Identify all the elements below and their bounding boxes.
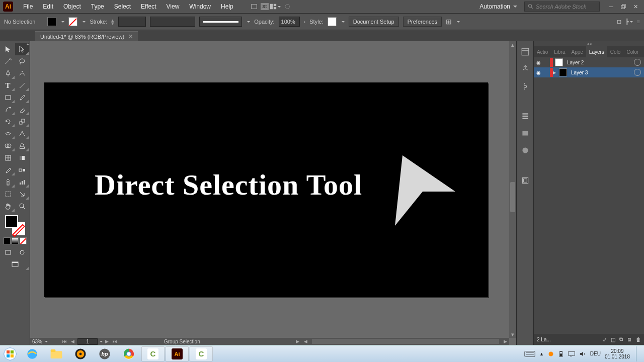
mesh-tool[interactable] xyxy=(1,152,15,164)
stroke-weight-down[interactable]: ▾ xyxy=(111,22,114,25)
layer-row[interactable]: ◉ ▶ Layer 3 xyxy=(534,67,644,77)
perspective-tool[interactable] xyxy=(15,140,29,152)
target-icon[interactable] xyxy=(634,59,641,66)
taskbar-illustrator[interactable]: Ai xyxy=(166,346,189,361)
fill-dropdown[interactable] xyxy=(60,19,64,25)
symbol-sprayer-tool[interactable] xyxy=(1,176,15,188)
opacity-flyout[interactable]: › xyxy=(304,19,306,25)
stroke-dropdown[interactable] xyxy=(82,19,86,25)
panel-menu-icon[interactable]: ≡ xyxy=(641,49,644,55)
new-layer-icon[interactable]: 🗎 xyxy=(627,337,632,342)
scroll-down-icon[interactable]: ▾ xyxy=(509,331,516,338)
h-scroll-thumb[interactable] xyxy=(312,339,499,344)
delete-layer-icon[interactable]: 🗑 xyxy=(636,337,641,342)
hand-tool[interactable] xyxy=(1,200,15,212)
volume-icon[interactable] xyxy=(579,351,586,357)
taskbar-clock[interactable]: 20:09 01.01.2018 xyxy=(605,348,632,359)
taskbar-camtasia-1[interactable]: C xyxy=(141,346,165,361)
menu-select[interactable]: Select xyxy=(109,3,136,10)
visibility-icon[interactable]: ◉ xyxy=(534,70,543,75)
document-tab-close[interactable]: ✕ xyxy=(128,33,133,40)
none-mode-icon[interactable] xyxy=(20,237,27,244)
visibility-icon[interactable]: ◉ xyxy=(534,60,543,65)
canvas-area[interactable]: Direct Selection Tool ▴ ▾ 63% ⏮ ◀ 1 ▶ ⏭ … xyxy=(30,41,516,345)
next-artboard-icon[interactable]: ▶ xyxy=(103,339,111,344)
artboard-tool[interactable] xyxy=(1,188,15,200)
scroll-right-icon[interactable]: ▶ xyxy=(501,339,509,344)
rotate-tool[interactable] xyxy=(1,116,15,128)
swatches-panel-icon[interactable] xyxy=(520,111,531,122)
eraser-tool[interactable] xyxy=(15,104,29,116)
action-center-icon[interactable] xyxy=(568,351,575,357)
bridge-icon[interactable] xyxy=(249,2,260,11)
panel-tab-colorguide[interactable]: Color xyxy=(623,46,641,57)
shape-builder-tool[interactable] xyxy=(1,140,15,152)
shaper-tool[interactable] xyxy=(1,104,15,116)
width-tool[interactable] xyxy=(1,128,15,140)
align-panel-icon[interactable]: ┣ xyxy=(625,19,633,25)
taskbar-media[interactable] xyxy=(69,346,92,361)
panel-collapse-handle[interactable]: ◂◂ xyxy=(534,41,644,46)
locate-object-icon[interactable]: ⤢ xyxy=(603,337,607,342)
layer-thumbnail[interactable] xyxy=(555,58,563,66)
scroll-up-icon[interactable]: ▴ xyxy=(509,41,516,48)
menu-file[interactable]: File xyxy=(18,3,38,10)
brush-profile-dropdown[interactable] xyxy=(246,19,250,25)
workspace-switcher[interactable]: Automation xyxy=(477,3,519,10)
free-transform-tool[interactable] xyxy=(15,128,29,140)
symbols-panel-icon[interactable] xyxy=(520,128,531,139)
eyedropper-tool[interactable] xyxy=(1,164,15,176)
transform-panel-icon[interactable]: ⊡ xyxy=(617,19,621,25)
battery-icon[interactable] xyxy=(558,350,564,357)
align-icon[interactable]: ⊞ xyxy=(446,18,452,26)
menu-object[interactable]: Object xyxy=(58,3,86,10)
fill-stroke-indicator[interactable] xyxy=(5,215,25,235)
stock-icon[interactable]: St xyxy=(261,3,269,10)
menu-window[interactable]: Window xyxy=(184,3,216,10)
status-flyout[interactable]: ▶ xyxy=(294,339,302,344)
panel-tab-libraries[interactable]: Libra xyxy=(551,46,568,57)
window-minimize[interactable]: ─ xyxy=(606,2,617,11)
fill-swatch[interactable] xyxy=(47,17,56,26)
line-tool[interactable] xyxy=(15,79,29,92)
create-sublayer-icon[interactable]: ⧉ xyxy=(619,336,623,342)
graph-tool[interactable] xyxy=(15,176,29,188)
taskbar-camtasia-2[interactable]: C xyxy=(190,346,213,361)
taskbar-explorer[interactable] xyxy=(45,346,68,361)
brushes-panel-icon[interactable] xyxy=(520,80,531,92)
gradient-tool[interactable] xyxy=(15,152,29,164)
gpu-icon[interactable] xyxy=(282,2,293,11)
style-dropdown[interactable] xyxy=(341,19,345,25)
preferences-button[interactable]: Preferences xyxy=(403,17,442,27)
tray-expand-icon[interactable]: ▲ xyxy=(539,351,544,356)
prev-artboard-icon[interactable]: ◀ xyxy=(68,339,76,344)
taskbar-chrome[interactable] xyxy=(117,346,140,361)
style-swatch[interactable] xyxy=(328,17,337,26)
color-panel-icon[interactable] xyxy=(520,145,531,156)
brush-profile[interactable] xyxy=(199,17,242,27)
lasso-tool[interactable] xyxy=(15,55,29,67)
start-button[interactable] xyxy=(0,345,20,363)
menu-effect[interactable]: Effect xyxy=(136,3,161,10)
zoom-tool[interactable] xyxy=(15,200,29,212)
fill-indicator[interactable] xyxy=(5,215,18,228)
slice-tool[interactable] xyxy=(15,188,29,200)
artboard[interactable]: Direct Selection Tool xyxy=(44,82,488,297)
brush-field[interactable] xyxy=(150,17,195,27)
artboard-dropdown[interactable] xyxy=(99,338,103,344)
taskbar-ie[interactable] xyxy=(21,346,44,361)
vertical-scrollbar[interactable]: ▴ ▾ xyxy=(509,41,516,338)
menu-edit[interactable]: Edit xyxy=(38,3,58,10)
panel-tab-color[interactable]: Colo xyxy=(607,46,624,57)
direct-selection-tool[interactable]: + xyxy=(15,43,29,55)
arrange-docs-icon[interactable] xyxy=(270,2,281,11)
scroll-left-icon[interactable]: ◀ xyxy=(302,339,310,344)
target-icon[interactable] xyxy=(634,69,641,76)
screen-mode-icon[interactable] xyxy=(1,246,15,258)
menu-view[interactable]: View xyxy=(162,3,185,10)
search-stock-input[interactable]: Search Adobe Stock xyxy=(524,2,600,12)
panel-tab-actions[interactable]: Actio xyxy=(534,46,551,57)
panel-menu-icon[interactable]: ≡ xyxy=(637,19,640,25)
draw-mode-icon[interactable] xyxy=(15,246,29,258)
show-desktop-button[interactable] xyxy=(636,346,640,361)
